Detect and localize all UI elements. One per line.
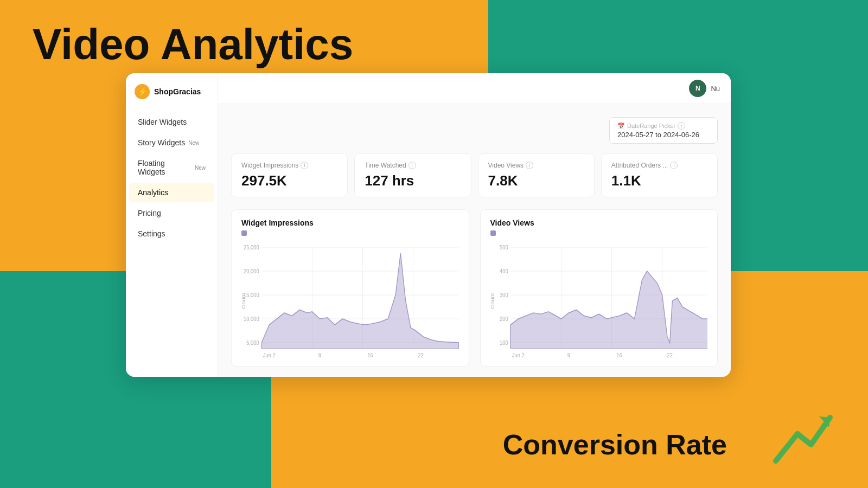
stat-info-icon[interactable]: i	[409, 162, 416, 169]
widget-impressions-svg: 25,000 20,000 15,000 10,000 5,000 Count …	[241, 241, 459, 361]
charts-row: Widget Impressions	[231, 209, 718, 367]
svg-text:200: 200	[500, 316, 508, 323]
stat-value: 127 hrs	[365, 172, 461, 189]
sidebar-nav: Slider Widgets Story Widgets New Floatin…	[126, 112, 218, 243]
sidebar: ⚡ ShopGracias Slider Widgets Story Widge…	[126, 73, 218, 377]
svg-text:9: 9	[318, 352, 321, 359]
stat-info-icon[interactable]: i	[670, 162, 678, 169]
svg-text:9: 9	[567, 352, 570, 359]
chart-legend	[241, 230, 459, 236]
logo-text: ShopGracias	[154, 87, 201, 96]
user-name: Nu	[711, 85, 720, 93]
stats-row: Widget Impressions i 297.5K Time Watched…	[231, 153, 718, 197]
stat-value: 1.1K	[611, 172, 707, 189]
svg-text:22: 22	[418, 352, 424, 359]
arrow-up-icon	[770, 407, 835, 472]
sidebar-item-story-widgets[interactable]: Story Widgets New	[129, 133, 214, 152]
sidebar-label: Floating Widgets	[138, 159, 192, 176]
sidebar-item-pricing[interactable]: Pricing	[129, 203, 214, 223]
video-views-svg: 500 400 300 200 100 Count Jun 2 9 16 22	[490, 241, 708, 361]
svg-text:16: 16	[616, 352, 622, 359]
svg-text:16: 16	[367, 352, 373, 359]
svg-text:Count: Count	[241, 293, 246, 309]
date-range-section: 📅 DateRange Picker i 2024-05-27 to 2024-…	[231, 117, 718, 144]
new-badge-floating: New	[195, 165, 206, 171]
stat-label: Attributed Orders ... i	[611, 162, 707, 169]
sidebar-label: Analytics	[138, 188, 168, 197]
svg-text:5,000: 5,000	[246, 340, 259, 346]
logo-icon: ⚡	[135, 84, 150, 99]
sidebar-label: Story Widgets	[138, 138, 185, 147]
chart-title: Video Views	[490, 219, 708, 227]
stat-value: 297.5K	[241, 172, 337, 189]
svg-text:22: 22	[667, 352, 673, 359]
sidebar-item-settings[interactable]: Settings	[129, 224, 214, 243]
calendar-icon: 📅	[617, 123, 625, 130]
legend-dot	[490, 230, 496, 236]
chart-video-views: Video Views	[480, 209, 718, 367]
page-hero-title: Video Analytics	[33, 23, 353, 66]
svg-text:300: 300	[500, 292, 508, 299]
svg-text:Count: Count	[490, 293, 495, 309]
sidebar-logo: ⚡ ShopGracias	[126, 84, 218, 112]
sidebar-label: Slider Widgets	[138, 118, 187, 126]
date-range-info-icon[interactable]: i	[678, 122, 685, 130]
date-range-picker[interactable]: 📅 DateRange Picker i 2024-05-27 to 2024-…	[609, 117, 718, 144]
svg-text:100: 100	[500, 340, 508, 346]
legend-dot	[241, 230, 247, 236]
sidebar-label: Settings	[138, 229, 165, 238]
svg-text:500: 500	[500, 245, 508, 251]
conversion-rate-label: Conversion Rate	[503, 428, 727, 461]
svg-text:25,000: 25,000	[244, 245, 259, 251]
sidebar-item-analytics[interactable]: Analytics	[129, 183, 214, 202]
chart-widget-impressions: Widget Impressions	[231, 209, 469, 367]
user-avatar[interactable]: N	[689, 80, 706, 97]
stat-card-video-views: Video Views i 7.8K	[478, 153, 595, 197]
svg-text:20,000: 20,000	[244, 268, 259, 275]
svg-text:Jun 2: Jun 2	[512, 352, 524, 359]
stat-card-impressions: Widget Impressions i 297.5K	[231, 153, 348, 197]
svg-text:Jun 2: Jun 2	[263, 352, 276, 359]
app-window: ⚡ ShopGracias Slider Widgets Story Widge…	[126, 73, 731, 377]
chart-legend	[490, 230, 708, 236]
svg-text:400: 400	[500, 268, 508, 275]
date-range-value: 2024-05-27 to 2024-06-26	[617, 131, 710, 139]
sidebar-item-slider-widgets[interactable]: Slider Widgets	[129, 112, 214, 132]
stat-label: Video Views i	[488, 162, 584, 169]
stat-value: 7.8K	[488, 172, 584, 189]
date-range-label: 📅 DateRange Picker i	[617, 122, 710, 130]
stat-label: Widget Impressions i	[241, 162, 337, 169]
stat-card-attributed-orders: Attributed Orders ... i 1.1K	[601, 153, 718, 197]
stat-label: Time Watched i	[365, 162, 461, 169]
stat-card-time-watched: Time Watched i 127 hrs	[354, 153, 471, 197]
stat-info-icon[interactable]: i	[526, 162, 533, 169]
svg-text:10,000: 10,000	[244, 316, 259, 323]
sidebar-item-floating-widgets[interactable]: Floating Widgets New	[129, 153, 214, 182]
sidebar-label: Pricing	[138, 209, 161, 217]
main-content: 📅 DateRange Picker i 2024-05-27 to 2024-…	[218, 104, 731, 377]
new-badge: New	[188, 140, 199, 146]
stat-info-icon[interactable]: i	[301, 162, 308, 169]
chart-title: Widget Impressions	[241, 219, 459, 227]
